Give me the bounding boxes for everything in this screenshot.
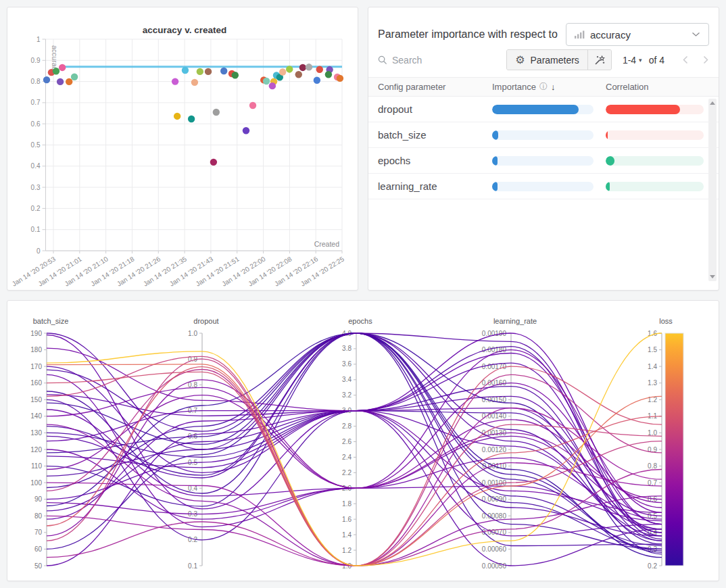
axis-title[interactable]: batch_size: [33, 317, 69, 325]
table-header: Config parameter Importance ⓘ ↓ Correlat…: [368, 77, 719, 97]
scatter-point[interactable]: [286, 66, 293, 72]
table-row[interactable]: learning_rate: [368, 174, 719, 199]
scrollbar[interactable]: [708, 99, 717, 281]
scatter-point[interactable]: [295, 71, 302, 78]
y-tick-label: 0.5: [31, 141, 41, 149]
metric-select[interactable]: accuracy: [566, 23, 709, 46]
axis-tick-label: 0.00060: [482, 545, 507, 553]
x-tick-label: Jan 14 '20 22:16: [273, 255, 320, 288]
column-config-parameter[interactable]: Config parameter: [378, 82, 492, 92]
scatter-point[interactable]: [243, 127, 249, 134]
axis-title[interactable]: loss: [659, 317, 673, 325]
scatter-point[interactable]: [43, 76, 50, 83]
scatter-point[interactable]: [205, 68, 212, 75]
axis-tick-label: 150: [30, 396, 42, 403]
y-tick-label: 0.9: [31, 57, 41, 64]
axis-tick-label: 80: [34, 512, 43, 520]
axis-tick-label: 1.5: [648, 346, 657, 353]
chart-title: accuracy v. created: [143, 25, 226, 35]
scatter-point[interactable]: [188, 116, 195, 122]
config-parameter-name: learning_rate: [378, 180, 492, 192]
axis-tick-label: 160: [30, 379, 42, 387]
scatter-point[interactable]: [337, 75, 343, 82]
y-tick-label: 0.2: [31, 205, 41, 212]
run-line[interactable]: [47, 370, 662, 566]
sort-desc-icon[interactable]: ↓: [551, 82, 556, 92]
scatter-point[interactable]: [269, 82, 276, 89]
x-tick-label: Jan 14 '20 22:00: [220, 255, 267, 288]
chevron-down-icon: [692, 32, 700, 37]
scatter-point[interactable]: [306, 64, 312, 70]
config-parameter-name: dropout: [378, 103, 492, 115]
importance-bar: [492, 130, 594, 140]
scatter-point[interactable]: [299, 64, 306, 71]
scatter-point[interactable]: [325, 71, 332, 78]
importance-toolbar: Search ⚙ Parameters 1-4 ▾: [368, 49, 719, 70]
run-line[interactable]: [47, 395, 662, 529]
scatter-point[interactable]: [53, 68, 59, 74]
panel-accuracy-vs-created: 00.10.20.30.40.50.60.70.80.91Jan 14 '20 …: [7, 7, 358, 291]
axis-tick-label: 1.0: [648, 429, 657, 437]
y-tick-label: 0.7: [31, 99, 41, 106]
table-row[interactable]: epochs: [368, 148, 719, 174]
x-tick-label: Jan 14 '20 21:51: [195, 255, 241, 288]
magic-wand-button[interactable]: [587, 50, 611, 70]
scatter-point[interactable]: [210, 159, 217, 166]
y-tick-label: 0.3: [31, 184, 41, 191]
scatter-point[interactable]: [232, 72, 239, 78]
correlation-bar: [606, 130, 704, 140]
scatter-point[interactable]: [279, 68, 286, 75]
column-correlation[interactable]: Correlation: [606, 82, 649, 92]
scatter-point[interactable]: [316, 66, 323, 73]
axis-tick-label: 0.00050: [482, 562, 507, 570]
scatter-point[interactable]: [249, 102, 256, 109]
scatter-point[interactable]: [57, 78, 64, 85]
x-tick-label: Jan 14 '20 22:25: [299, 255, 346, 288]
scatter-point[interactable]: [213, 109, 220, 116]
scatter-point[interactable]: [182, 67, 189, 74]
page-range-dropdown[interactable]: 1-4 ▾ of 4: [623, 55, 664, 66]
scatter-point[interactable]: [174, 113, 180, 120]
magic-wand-icon: [594, 54, 606, 66]
parallel-coordinates-chart: 1901801701601501401301201101009080706050…: [7, 301, 719, 581]
parameters-button[interactable]: ⚙ Parameters: [507, 50, 587, 70]
x-tick-label: Jan 14 '20 20:53: [11, 255, 57, 288]
table-row[interactable]: batch_size: [368, 122, 719, 148]
caret-down-icon: ▾: [639, 57, 642, 64]
table-row[interactable]: dropout: [368, 97, 719, 122]
scatter-point[interactable]: [197, 68, 203, 75]
scatter-point[interactable]: [220, 68, 227, 74]
scatter-point[interactable]: [66, 78, 72, 85]
axis-title[interactable]: dropout: [193, 317, 218, 325]
x-tick-label: Jan 14 '20 21:01: [37, 255, 84, 288]
run-line[interactable]: [47, 333, 662, 554]
scatter-point[interactable]: [172, 78, 178, 84]
prev-page-button[interactable]: [682, 55, 689, 64]
run-line[interactable]: [47, 350, 662, 514]
page-total: of 4: [649, 55, 664, 66]
importance-header: Parameter importance with respect to acc…: [368, 7, 719, 46]
axis-title[interactable]: epochs: [348, 317, 372, 325]
scroll-down-icon[interactable]: [710, 275, 715, 278]
scatter-point[interactable]: [191, 79, 198, 86]
y-tick-label: 0.6: [31, 120, 41, 128]
scatter-point[interactable]: [59, 64, 66, 71]
scatter-point[interactable]: [263, 78, 270, 84]
axis-title[interactable]: learning_rate: [493, 317, 537, 325]
axis-tick-label: 140: [30, 412, 42, 420]
x-tick-label: Jan 14 '20 21:10: [63, 255, 110, 288]
axis-tick-label: 3.4: [342, 376, 352, 383]
scatter-point[interactable]: [314, 77, 320, 84]
run-line[interactable]: [47, 335, 662, 524]
axis-tick-label: 0.1: [188, 562, 197, 570]
scatter-point[interactable]: [71, 74, 78, 80]
scroll-up-icon[interactable]: [710, 101, 715, 105]
x-tick-label: Jan 14 '20 21:26: [116, 255, 162, 288]
column-importance[interactable]: Importance ⓘ ↓: [492, 81, 606, 93]
correlation-bar: [606, 182, 704, 191]
next-page-button[interactable]: [702, 55, 709, 64]
panel-title: Parameter importance with respect to: [378, 28, 558, 41]
search-input[interactable]: Search: [378, 55, 422, 66]
x-axis-label: Created: [314, 240, 340, 248]
info-icon[interactable]: ⓘ: [539, 81, 548, 93]
